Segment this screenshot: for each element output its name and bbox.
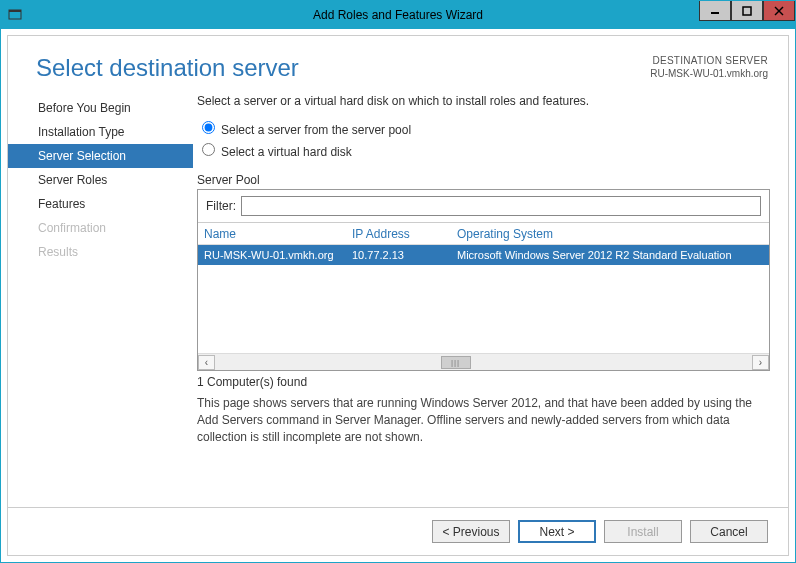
- destination-label: DESTINATION SERVER: [650, 54, 768, 67]
- table-header: Name IP Address Operating System: [198, 223, 769, 245]
- radio-server-pool-input[interactable]: [202, 121, 215, 134]
- titlebar[interactable]: Add Roles and Features Wizard: [1, 1, 795, 29]
- cell-name: RU-MSK-WU-01.vmkh.org: [198, 249, 346, 261]
- filter-input[interactable]: [241, 196, 761, 216]
- app-icon: [7, 7, 23, 23]
- horizontal-scrollbar[interactable]: ‹ ||| ›: [198, 353, 769, 370]
- col-header-os[interactable]: Operating System: [451, 227, 769, 241]
- table-row[interactable]: RU-MSK-WU-01.vmkh.org 10.77.2.13 Microso…: [198, 245, 769, 265]
- page-title: Select destination server: [36, 54, 299, 82]
- scroll-right-arrow-icon[interactable]: ›: [752, 355, 769, 370]
- col-header-ip[interactable]: IP Address: [346, 227, 451, 241]
- wizard-sidebar: Before You Begin Installation Type Serve…: [8, 92, 193, 487]
- cell-ip: 10.77.2.13: [346, 249, 451, 261]
- radio-vhd-label: Select a virtual hard disk: [221, 145, 352, 159]
- sidebar-item-confirmation: Confirmation: [8, 216, 193, 240]
- col-header-name[interactable]: Name: [198, 227, 346, 241]
- sidebar-item-server-selection[interactable]: Server Selection: [8, 144, 193, 168]
- content-area: Select a server or a virtual hard disk o…: [193, 92, 788, 487]
- sidebar-item-before-you-begin[interactable]: Before You Begin: [8, 96, 193, 120]
- sidebar-item-server-roles[interactable]: Server Roles: [8, 168, 193, 192]
- wizard-footer: < Previous Next > Install Cancel: [8, 507, 788, 555]
- scroll-thumb[interactable]: |||: [441, 356, 471, 369]
- cancel-button[interactable]: Cancel: [690, 520, 768, 543]
- svg-rect-3: [743, 7, 751, 15]
- close-button[interactable]: [763, 1, 795, 21]
- filter-label: Filter:: [206, 199, 236, 213]
- install-button: Install: [604, 520, 682, 543]
- scroll-left-arrow-icon[interactable]: ‹: [198, 355, 215, 370]
- scroll-track[interactable]: |||: [215, 355, 752, 370]
- radio-vhd-input[interactable]: [202, 143, 215, 156]
- wizard-window: Add Roles and Features Wizard Select des…: [0, 0, 796, 563]
- wizard-inner: Select destination server DESTINATION SE…: [7, 35, 789, 556]
- sidebar-item-results: Results: [8, 240, 193, 264]
- intro-text: Select a server or a virtual hard disk o…: [197, 94, 770, 108]
- destination-server-name: RU-MSK-WU-01.vmkh.org: [650, 67, 768, 80]
- previous-button[interactable]: < Previous: [432, 520, 510, 543]
- server-pool-box: Filter: Name IP Address Operating System…: [197, 189, 770, 371]
- sidebar-item-features[interactable]: Features: [8, 192, 193, 216]
- page-description: This page shows servers that are running…: [197, 395, 770, 445]
- destination-info: DESTINATION SERVER RU-MSK-WU-01.vmkh.org: [650, 54, 768, 80]
- radio-server-pool[interactable]: Select a server from the server pool: [197, 118, 770, 137]
- server-pool-label: Server Pool: [197, 173, 770, 187]
- radio-server-pool-label: Select a server from the server pool: [221, 123, 411, 137]
- minimize-button[interactable]: [699, 1, 731, 21]
- table-body[interactable]: RU-MSK-WU-01.vmkh.org 10.77.2.13 Microso…: [198, 245, 769, 353]
- svg-rect-1: [9, 10, 21, 12]
- radio-vhd[interactable]: Select a virtual hard disk: [197, 140, 770, 159]
- computers-found: 1 Computer(s) found: [197, 375, 770, 389]
- sidebar-item-installation-type[interactable]: Installation Type: [8, 120, 193, 144]
- cell-os: Microsoft Windows Server 2012 R2 Standar…: [451, 249, 769, 261]
- next-button[interactable]: Next >: [518, 520, 596, 543]
- window-title: Add Roles and Features Wizard: [1, 8, 795, 22]
- maximize-button[interactable]: [731, 1, 763, 21]
